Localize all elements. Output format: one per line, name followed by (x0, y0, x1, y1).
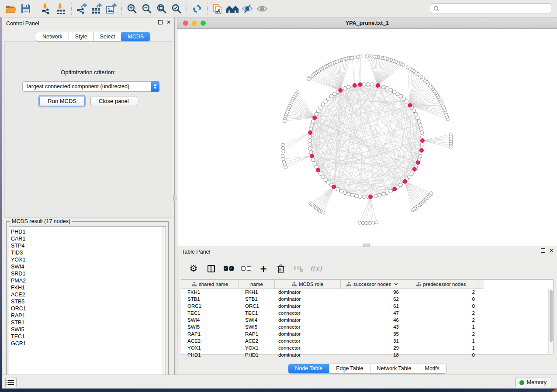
save-session-button[interactable] (18, 2, 33, 16)
table-cell: ORC1 (181, 303, 239, 310)
column-header-shared-name[interactable]: shared name (181, 280, 239, 289)
tab-network-table[interactable]: Network Table (370, 364, 419, 373)
optimization-criterion-select[interactable]: largest connected component (undirected) (22, 81, 159, 92)
show-columns-button[interactable] (205, 263, 217, 274)
column-header-MCDS-role[interactable]: MCDS role (275, 280, 341, 289)
table-cell: PHD1 (239, 352, 275, 359)
mcds-result-item[interactable]: ACE2 (11, 291, 166, 298)
zoom-selected-button[interactable] (169, 2, 184, 16)
clone-network-button[interactable] (210, 2, 225, 16)
mcds-result-item[interactable]: PHD1 (11, 228, 166, 235)
mcds-result-list: PHD1CAR1STP4TID3YOX1SWI4SRD1PMA2FKH1ACE2… (9, 226, 166, 381)
table-cell: TEC1 (239, 310, 275, 317)
show-hidden-button[interactable] (255, 2, 270, 16)
table-row[interactable]: YOX1YOX1connector291 (181, 345, 484, 352)
search-input[interactable] (442, 6, 548, 12)
mcds-result-item[interactable]: STB1 (11, 319, 166, 326)
open-network-button[interactable] (3, 2, 18, 16)
export-network-button[interactable] (74, 2, 89, 16)
column-header-name[interactable]: name (239, 280, 275, 289)
mcds-result-item[interactable]: RAP1 (11, 312, 166, 319)
zoom-in-button[interactable] (125, 2, 139, 16)
select-all-columns-button[interactable]: ✓✓ (223, 263, 234, 274)
table-row[interactable]: FKH1FKH1dominator962 (181, 289, 484, 296)
tab-motifs[interactable]: Motifs (418, 364, 446, 373)
table-row[interactable]: ORC1ORC1dominator610 (181, 303, 484, 310)
import-network-button[interactable] (39, 2, 54, 16)
table-scrollbar[interactable] (548, 289, 553, 354)
table-cell: 29 (341, 345, 404, 352)
table-cell: 1 (404, 338, 478, 345)
float-panel-icon[interactable] (158, 20, 163, 24)
result-list-scrollbar[interactable] (161, 227, 166, 381)
tab-style[interactable]: Style (69, 32, 94, 41)
table-row[interactable]: TEC1TEC1connector472 (181, 310, 484, 317)
mcds-result-item[interactable]: SWI4 (11, 263, 166, 270)
horizontal-splitter-grip[interactable] (363, 244, 370, 247)
network-canvas[interactable] (177, 29, 557, 246)
list-icon (8, 380, 14, 385)
tab-node-table[interactable]: Node Table (288, 364, 329, 373)
tab-mcds[interactable]: MCDS (121, 32, 150, 41)
control-panel-title: Control Panel (6, 21, 39, 27)
close-panel-icon[interactable]: ✕ (166, 20, 171, 24)
tab-select[interactable]: Select (94, 32, 122, 41)
table-cell: 47 (341, 310, 404, 317)
column-header-successor-nodes[interactable]: successor nodes (341, 280, 404, 289)
tab-network[interactable]: Network (36, 32, 69, 41)
delete-table-button-disabled: ✕ (293, 263, 304, 274)
network-titlebar: YPA_prune.txt_1 (177, 17, 557, 29)
table-cell: 2 (404, 310, 478, 317)
column-header-predecessor-nodes[interactable]: predecessor nodes (404, 280, 478, 289)
tab-edge-table[interactable]: Edge Table (329, 364, 370, 373)
memory-button[interactable]: Memory (515, 378, 551, 387)
task-history-button[interactable] (5, 378, 17, 387)
table-panel-title: Table Panel (182, 249, 210, 255)
search-box[interactable] (430, 3, 551, 14)
table-cell: 31 (341, 338, 404, 345)
mcds-result-item[interactable]: GCR1 (11, 340, 166, 347)
mcds-result-item[interactable]: TEC1 (11, 333, 166, 340)
toolbar-separator (71, 3, 72, 15)
mcds-result-item[interactable]: PMA2 (11, 277, 166, 284)
zoom-out-button[interactable] (139, 2, 154, 16)
table-cell: RAP1 (181, 331, 239, 338)
float-panel-icon[interactable] (541, 248, 545, 253)
mcds-result-item[interactable]: SWI5 (11, 326, 166, 333)
close-panel-icon[interactable]: ✕ (549, 248, 554, 253)
mcds-result-item[interactable]: STP4 (11, 242, 166, 249)
table-cell: dominator (275, 296, 341, 303)
hide-selected-button[interactable] (240, 2, 255, 16)
show-all-nodes-button[interactable] (225, 2, 240, 16)
run-mcds-button[interactable]: Run MCDS (39, 96, 85, 106)
zoom-fit-button[interactable] (154, 2, 169, 16)
splitter-grip[interactable] (173, 195, 177, 201)
mcds-result-item[interactable]: SRD1 (11, 270, 166, 277)
add-column-button[interactable]: ＋ (258, 263, 269, 274)
table-cell: 2 (404, 331, 478, 338)
mcds-result-item[interactable]: ORC1 (11, 305, 166, 312)
table-cell: dominator (275, 331, 341, 338)
mcds-result-item[interactable]: CAR1 (11, 235, 166, 242)
import-table-button[interactable] (54, 2, 69, 16)
mcds-result-item[interactable]: TID3 (11, 249, 166, 256)
mcds-result-item[interactable]: STB5 (11, 298, 166, 305)
table-settings-button[interactable]: ⚙ (188, 263, 199, 274)
table-row[interactable]: SWI4SWI4dominator462 (181, 317, 484, 324)
mcds-result-item[interactable]: YOX1 (11, 256, 166, 263)
table-row[interactable]: ACE2ACE2connector311 (181, 338, 484, 345)
delete-column-button[interactable] (275, 263, 287, 274)
mcds-result-item[interactable]: FKH1 (11, 284, 166, 291)
table-cell: 61 (341, 303, 404, 310)
close-panel-button[interactable]: Close panel (90, 96, 137, 106)
export-image-button[interactable] (104, 2, 119, 16)
table-tabs: Node TableEdge TableNetwork TableMotifs (288, 364, 446, 374)
table-row[interactable]: PHD1PHD1dominator180 (181, 352, 484, 359)
export-table-button[interactable] (89, 2, 104, 16)
deselect-all-columns-button[interactable] (240, 263, 252, 274)
table-row[interactable]: STB1STB1dominator620 (181, 296, 484, 303)
apply-layout-button[interactable] (190, 2, 204, 16)
table-cell: 35 (341, 331, 404, 338)
table-row[interactable]: RAP1RAP1dominator352 (181, 331, 484, 338)
table-row[interactable]: SWI5SWI5connector431 (181, 324, 484, 331)
